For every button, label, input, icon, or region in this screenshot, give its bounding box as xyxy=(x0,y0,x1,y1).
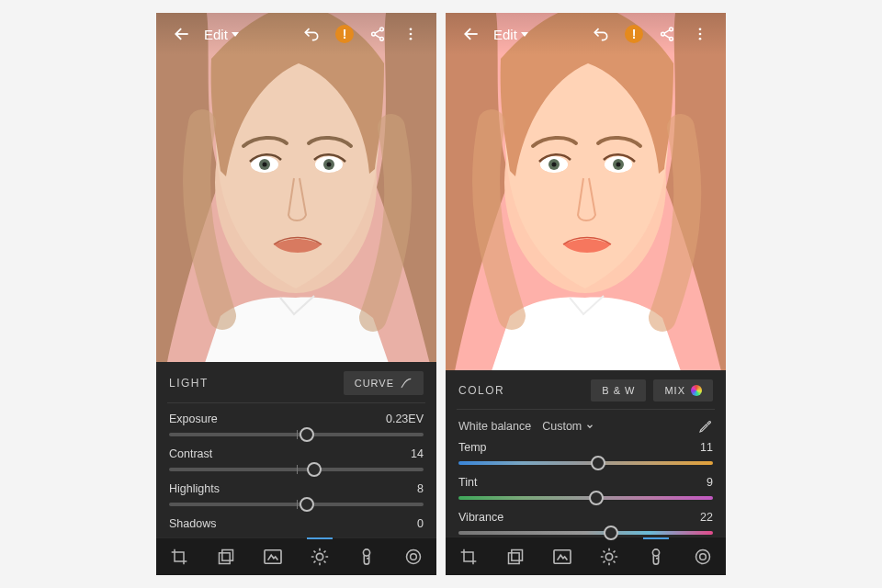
highlights-row: Highlights 8 xyxy=(156,473,436,508)
warning-badge: ! xyxy=(335,25,354,43)
bottom-tabs xyxy=(446,537,726,575)
color-wheel-icon xyxy=(691,385,702,396)
svg-point-13 xyxy=(327,163,332,167)
svg-point-20 xyxy=(410,554,416,560)
slider-handle[interactable] xyxy=(300,427,314,442)
svg-point-26 xyxy=(699,38,702,40)
highlights-slider[interactable] xyxy=(169,503,424,506)
back-icon[interactable] xyxy=(458,21,484,47)
bw-button[interactable]: B & W xyxy=(591,379,646,401)
svg-rect-14 xyxy=(220,553,231,564)
svg-point-38 xyxy=(605,553,612,560)
tint-row: Tint 9 xyxy=(446,467,726,502)
more-icon[interactable] xyxy=(687,21,713,47)
shadows-label: Shadows xyxy=(169,517,216,530)
tint-slider[interactable] xyxy=(458,496,713,500)
top-bar: Edit ! xyxy=(156,13,436,55)
slider-handle[interactable] xyxy=(589,491,604,505)
app-screen-color: Edit ! xyxy=(446,13,726,575)
temp-row: Temp 11 xyxy=(446,437,726,467)
curve-button[interactable]: CURVE xyxy=(344,371,424,395)
app-screen-light: Edit ! xyxy=(156,13,436,575)
presets-tab-icon[interactable] xyxy=(499,540,532,573)
presets-tab-icon[interactable] xyxy=(209,540,243,573)
warning-badge: ! xyxy=(625,25,643,43)
mode-dropdown[interactable]: Edit xyxy=(493,27,528,42)
undo-icon[interactable] xyxy=(588,21,614,47)
tint-value: 9 xyxy=(707,476,713,489)
svg-point-22 xyxy=(662,32,665,36)
slider-handle[interactable] xyxy=(591,456,605,470)
back-icon[interactable] xyxy=(169,21,195,47)
cloud-warning-icon[interactable]: ! xyxy=(621,21,647,47)
svg-point-23 xyxy=(670,37,673,40)
photo-preview[interactable] xyxy=(156,13,436,362)
panel-header: COLOR B & W MIX xyxy=(446,370,726,409)
light-tab-icon[interactable] xyxy=(593,540,626,573)
svg-point-19 xyxy=(406,550,420,564)
white-balance-label: White balance xyxy=(458,420,531,433)
panel-title: LIGHT xyxy=(169,377,336,390)
contrast-row: Contrast 14 xyxy=(156,438,436,473)
vibrance-label: Vibrance xyxy=(458,511,503,524)
portrait-illustration xyxy=(446,13,726,370)
auto-tab-icon[interactable] xyxy=(256,540,289,573)
svg-point-10 xyxy=(263,163,267,167)
vibrance-slider[interactable] xyxy=(458,531,713,535)
mode-label: Edit xyxy=(204,27,228,42)
svg-point-4 xyxy=(410,33,413,36)
auto-tab-icon[interactable] xyxy=(546,540,579,573)
undo-icon[interactable] xyxy=(299,21,324,47)
color-tab-icon[interactable] xyxy=(350,540,383,573)
bw-button-label: B & W xyxy=(602,385,635,396)
temp-value: 11 xyxy=(700,441,713,454)
exposure-row: Exposure 0.23EV xyxy=(156,403,436,438)
svg-rect-36 xyxy=(512,549,523,560)
exposure-value: 0.23EV xyxy=(386,413,424,425)
photo-preview[interactable] xyxy=(446,13,726,370)
share-icon[interactable] xyxy=(654,21,680,47)
mode-label: Edit xyxy=(493,27,517,42)
caret-down-icon xyxy=(232,32,239,37)
effects-tab-icon[interactable] xyxy=(397,540,430,573)
caret-down-icon xyxy=(521,32,528,37)
shadows-row: Shadows 0 xyxy=(156,508,436,537)
slider-handle[interactable] xyxy=(604,526,618,540)
temp-slider[interactable] xyxy=(458,461,713,465)
panel-header: LIGHT CURVE xyxy=(156,362,436,402)
shadows-value: 0 xyxy=(417,517,424,530)
svg-point-2 xyxy=(380,37,384,40)
panel-title: COLOR xyxy=(458,384,583,397)
curve-icon xyxy=(400,377,413,390)
svg-point-3 xyxy=(410,28,413,30)
crop-tab-icon[interactable] xyxy=(163,540,196,573)
exposure-slider[interactable] xyxy=(169,433,424,436)
light-tab-icon[interactable] xyxy=(303,540,336,573)
mode-dropdown[interactable]: Edit xyxy=(204,27,239,42)
svg-point-17 xyxy=(316,553,322,560)
svg-point-24 xyxy=(699,28,702,30)
chevron-down-icon xyxy=(585,422,594,431)
share-icon[interactable] xyxy=(365,21,390,47)
contrast-slider[interactable] xyxy=(169,468,424,471)
svg-point-5 xyxy=(410,38,413,40)
highlights-value: 8 xyxy=(417,482,424,495)
white-balance-row: White balance Custom xyxy=(446,410,726,437)
mix-button[interactable]: MIX xyxy=(653,379,713,401)
svg-point-21 xyxy=(670,28,673,31)
slider-handle[interactable] xyxy=(307,462,322,477)
crop-tab-icon[interactable] xyxy=(452,540,485,573)
effects-tab-icon[interactable] xyxy=(686,540,719,573)
contrast-label: Contrast xyxy=(169,447,212,460)
white-balance-select[interactable]: Custom xyxy=(542,420,594,433)
svg-point-1 xyxy=(372,32,376,36)
eyedropper-icon[interactable] xyxy=(698,419,713,434)
portrait-illustration xyxy=(156,13,436,362)
white-balance-value: Custom xyxy=(542,420,582,433)
slider-handle[interactable] xyxy=(300,497,314,512)
svg-point-18 xyxy=(363,549,369,556)
color-tab-icon[interactable] xyxy=(639,540,673,573)
cloud-warning-icon[interactable]: ! xyxy=(332,21,357,47)
more-icon[interactable] xyxy=(398,21,424,47)
bottom-tabs xyxy=(156,537,436,575)
